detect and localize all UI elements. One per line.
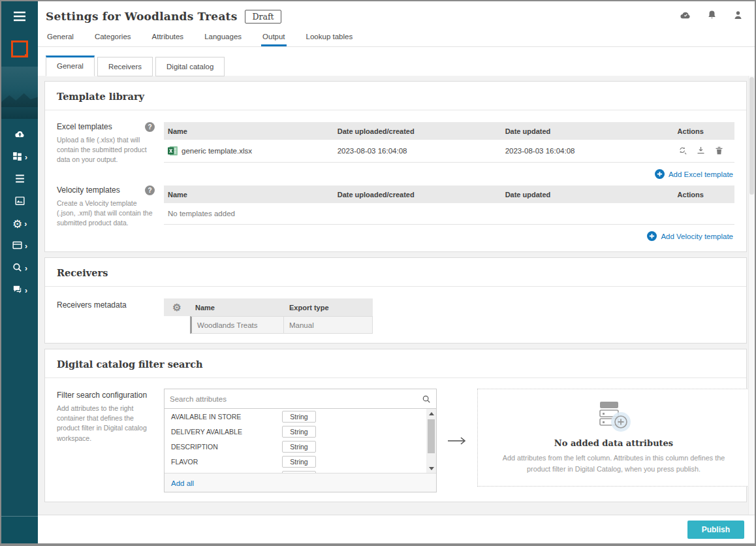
- list-item[interactable]: DELIVERY AVAILABLE String: [165, 424, 426, 439]
- tab-languages[interactable]: Languages: [203, 33, 243, 46]
- receivers-metadata-label: Receivers metadata: [57, 300, 127, 310]
- help-icon[interactable]: ?: [145, 185, 155, 195]
- template-file-name[interactable]: generic template.xlsx: [181, 147, 252, 155]
- column-date-updated: Date updated: [505, 127, 678, 135]
- scrollbar-thumb[interactable]: [428, 419, 435, 453]
- excel-templates-row: Excel templates ? Upload a file (.xlsx) …: [57, 122, 734, 180]
- receiver-export-type: Manual: [284, 316, 373, 334]
- velocity-templates-row: Velocity templates ? Create a Velocity t…: [57, 185, 734, 242]
- sidebar-item-list[interactable]: [1, 169, 38, 191]
- column-date-uploaded: Date uploaded/created: [338, 127, 505, 135]
- header-icons: [680, 9, 744, 24]
- scroll-up-icon[interactable]: [426, 409, 436, 418]
- main-area: Settings for Woodlands Treats Draft Gene…: [38, 1, 755, 543]
- column-actions: Actions: [678, 191, 734, 199]
- scroll-down-icon[interactable]: [426, 464, 436, 473]
- list-scrollbar[interactable]: [426, 409, 436, 473]
- search-icon[interactable]: [422, 394, 431, 404]
- attribute-type-badge[interactable]: String: [282, 411, 316, 423]
- column-name: Name: [164, 191, 338, 199]
- image-icon: [14, 195, 25, 209]
- sidebar-item-plan[interactable]: ›: [1, 235, 38, 257]
- delete-trash-icon[interactable]: [714, 146, 724, 157]
- sidebar-item-media[interactable]: [1, 191, 38, 213]
- filter-search-card: Digital catalog filter search Filter sea…: [44, 349, 747, 502]
- sidebar-item-chat[interactable]: ›: [1, 280, 38, 302]
- top-bar: Settings for Woodlands Treats Draft Gene…: [38, 1, 755, 47]
- tab-attributes[interactable]: Attributes: [151, 33, 185, 46]
- table-row[interactable]: Woodlands Treats Manual: [164, 316, 373, 334]
- tab-lookup-tables[interactable]: Lookup tables: [305, 33, 354, 46]
- transfer-arrow-icon: [447, 436, 467, 445]
- tab-categories[interactable]: Categories: [93, 33, 133, 46]
- receiver-name: Woodlands Treats: [190, 316, 284, 334]
- add-all-link[interactable]: Add all: [171, 479, 194, 487]
- gear-icon: ⚙: [12, 219, 22, 230]
- attribute-list: AVAILABLE IN STORE String DELIVERY AVAIL…: [165, 409, 426, 473]
- replace-template-icon[interactable]: [678, 146, 687, 157]
- subtab-general[interactable]: General: [46, 56, 95, 76]
- velocity-templates-description: Create a Velocity template (.json, .xml)…: [57, 199, 155, 229]
- tab-output[interactable]: Output: [261, 33, 287, 46]
- chevron-right-icon: ›: [25, 242, 27, 251]
- scrollbar-thumb[interactable]: [749, 77, 754, 195]
- added-attributes-dropzone[interactable]: No added data attributes Add attributes …: [477, 389, 750, 487]
- add-excel-template-button[interactable]: Add Excel template: [655, 169, 733, 179]
- column-export-type: Export type: [284, 304, 373, 312]
- help-icon[interactable]: ?: [145, 122, 155, 132]
- list-item-partial[interactable]: String: [165, 469, 426, 473]
- brand-logo[interactable]: [1, 34, 38, 64]
- apps-grid-icon: [12, 151, 23, 165]
- notifications-bell-icon[interactable]: [706, 9, 718, 24]
- download-icon[interactable]: [696, 146, 706, 157]
- column-name: Name: [164, 127, 338, 135]
- page-scrollbar[interactable]: [748, 76, 755, 515]
- sidebar-item-upload[interactable]: [1, 124, 38, 146]
- subtab-receivers[interactable]: Receivers: [97, 57, 153, 76]
- receivers-table: ⚙ Name Export type Woodlands Treats Manu…: [164, 298, 373, 334]
- sidebar-bottom-tile[interactable]: [1, 516, 38, 543]
- sidebar-background-image: [1, 67, 38, 119]
- velocity-table-header: Name Date uploaded/created Date updated …: [164, 185, 734, 203]
- add-velocity-template-button[interactable]: Add Velocity template: [647, 231, 733, 241]
- template-library-card: Template library Excel templates ? Uploa…: [44, 81, 747, 252]
- chevron-right-icon: ›: [24, 219, 27, 229]
- logo-square-icon: [11, 40, 28, 57]
- attribute-type-badge[interactable]: String: [282, 426, 316, 438]
- search-icon: [12, 262, 23, 276]
- filter-config-label: Filter search configuration: [57, 391, 147, 400]
- cloud-check-icon[interactable]: [680, 9, 692, 24]
- footer-bar: Publish: [38, 515, 755, 543]
- attribute-type-badge[interactable]: String: [282, 456, 316, 468]
- section-title: Template library: [45, 82, 746, 110]
- plus-circle-icon: [655, 169, 665, 179]
- user-account-icon[interactable]: [732, 9, 744, 24]
- attribute-search: [165, 389, 436, 409]
- date-updated-value: 2023-08-03 16:04:08: [505, 147, 678, 155]
- sidebar-item-settings[interactable]: ⚙ ›: [1, 213, 38, 235]
- attribute-name: FLAVOR: [171, 458, 282, 466]
- database-empty-icon: [595, 400, 633, 434]
- receivers-card: Receivers Receivers metadata ⚙ Name Expo…: [44, 257, 747, 344]
- publish-button[interactable]: Publish: [687, 521, 744, 539]
- column-date-updated: Date updated: [505, 191, 678, 199]
- list-icon: [14, 173, 25, 187]
- card-panel-icon: [12, 240, 23, 253]
- chevron-right-icon: ›: [25, 286, 27, 295]
- search-input[interactable]: [170, 395, 422, 403]
- list-item[interactable]: AVAILABLE IN STORE String: [165, 409, 426, 424]
- gear-icon[interactable]: ⚙: [164, 302, 190, 313]
- list-item[interactable]: DESCRIPTION String: [165, 439, 426, 454]
- tab-general[interactable]: General: [46, 33, 75, 46]
- sidebar-nav: › ⚙ › › › ›: [1, 124, 38, 302]
- status-badge: Draft: [245, 10, 281, 24]
- list-item[interactable]: FLAVOR String: [165, 454, 426, 469]
- excel-file-icon: [168, 146, 178, 155]
- menu-button[interactable]: [1, 1, 38, 34]
- subtab-digital-catalog[interactable]: Digital catalog: [155, 57, 225, 76]
- attribute-type-badge[interactable]: String: [282, 441, 316, 453]
- attribute-type-badge[interactable]: String: [282, 471, 316, 474]
- sidebar-item-search[interactable]: ›: [1, 257, 38, 280]
- sidebar-item-apps[interactable]: ›: [1, 146, 38, 169]
- sidebar: › ⚙ › › › ›: [1, 1, 38, 543]
